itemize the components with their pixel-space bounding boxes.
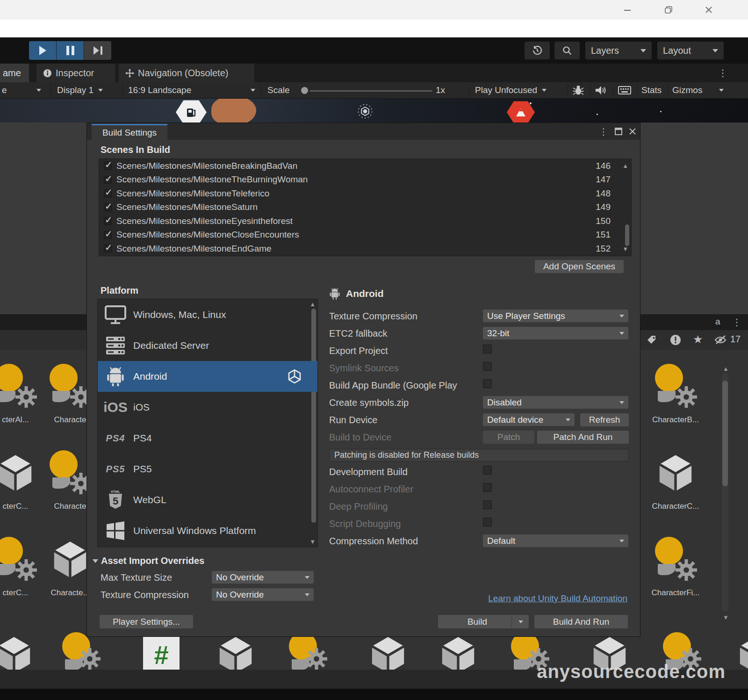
asset-item[interactable] bbox=[434, 632, 479, 671]
pause-button[interactable] bbox=[57, 41, 84, 60]
tab-navigation[interactable]: Navigation (Obsolete) bbox=[119, 64, 254, 82]
autoconnect-profiler-checkbox[interactable] bbox=[483, 483, 492, 492]
favorite-star-icon[interactable]: ★ bbox=[693, 333, 703, 346]
scene-row[interactable]: ✓ Scenes/Milestones/MilestoneTheBurningW… bbox=[99, 173, 631, 187]
label-tag-icon[interactable] bbox=[646, 334, 657, 346]
asset-item[interactable]: cterC... bbox=[0, 450, 41, 511]
window-restore-icon[interactable] bbox=[659, 2, 678, 18]
left-cut-dropdown[interactable]: e bbox=[2, 82, 7, 98]
scene-checkbox[interactable]: ✓ bbox=[104, 162, 112, 170]
stats-toggle[interactable]: Stats bbox=[641, 82, 662, 98]
dialog-tab[interactable]: Build Settings bbox=[92, 124, 167, 140]
scene-checkbox[interactable]: ✓ bbox=[104, 231, 112, 239]
scroll-up-icon[interactable]: ▲ bbox=[723, 366, 729, 372]
window-close-icon[interactable] bbox=[699, 2, 718, 18]
build-button[interactable]: Build bbox=[438, 615, 529, 628]
player-settings-button[interactable]: Player Settings... bbox=[100, 615, 193, 628]
add-open-scenes-button[interactable]: Add Open Scenes bbox=[535, 260, 624, 273]
refresh-button[interactable]: Refresh bbox=[580, 413, 629, 426]
display-dropdown[interactable]: Display 1 bbox=[57, 82, 103, 98]
asset-item[interactable]: CharacterB... bbox=[650, 364, 701, 425]
scene-row[interactable]: ✓ Scenes/Milestones/MilestoneBreakingBad… bbox=[99, 159, 631, 173]
play-unfocused-dropdown[interactable]: Play Unfocused bbox=[475, 82, 547, 98]
asset-item[interactable] bbox=[211, 632, 256, 671]
texture-compression-override-dropdown[interactable]: No Override bbox=[212, 588, 314, 601]
tab-game-partial[interactable]: ame bbox=[0, 64, 29, 82]
scene-checkbox[interactable]: ✓ bbox=[104, 203, 112, 211]
alert-icon[interactable] bbox=[669, 334, 682, 346]
scene-checkbox[interactable]: ✓ bbox=[104, 189, 112, 197]
max-texture-size-dropdown[interactable]: No Override bbox=[212, 571, 314, 584]
texture-compression-dropdown[interactable]: Use Player Settings bbox=[483, 310, 628, 322]
build-options-caret-icon[interactable] bbox=[518, 621, 523, 623]
keyboard-shortcut-toggle[interactable] bbox=[618, 82, 631, 98]
pane-menu-icon[interactable]: ⋮ bbox=[718, 67, 727, 79]
deep-profiling-checkbox[interactable] bbox=[483, 500, 492, 509]
scene-row[interactable]: ✓ Scenes/Milestones/MilestoneEndGame 152 bbox=[99, 242, 631, 256]
platform-item-ps4[interactable]: PS4 PS4 bbox=[98, 423, 317, 454]
asset-item[interactable] bbox=[364, 632, 409, 671]
dialog-maximize-icon[interactable] bbox=[612, 125, 625, 137]
export-project-checkbox[interactable] bbox=[483, 345, 492, 354]
platform-item-ps5[interactable]: PS5 PS5 bbox=[98, 454, 317, 484]
undo-history-button[interactable] bbox=[525, 42, 550, 59]
layout-dropdown[interactable]: Layout bbox=[657, 42, 724, 59]
run-device-dropdown[interactable]: Default device bbox=[483, 413, 575, 426]
asset-import-overrides-foldout[interactable]: Asset Import Overrides bbox=[93, 556, 204, 566]
etc2-fallback-dropdown[interactable]: 32-bit bbox=[483, 327, 628, 339]
scene-row[interactable]: ✓ Scenes/Milestones/MilestoneEyesinthefo… bbox=[99, 214, 631, 228]
asset-item[interactable]: cterAl... bbox=[0, 364, 41, 425]
build-automation-link[interactable]: Learn about Unity Build Automation bbox=[488, 593, 627, 604]
lock-icon[interactable]: a bbox=[715, 317, 720, 327]
scene-row[interactable]: ✓ Scenes/Milestones/MilestoneTeleferico … bbox=[99, 187, 631, 201]
patch-button[interactable]: Patch bbox=[483, 431, 534, 444]
mute-audio-toggle[interactable] bbox=[595, 82, 607, 98]
scale-slider-track[interactable] bbox=[309, 90, 432, 92]
debug-bug-toggle[interactable] bbox=[572, 82, 584, 98]
create-symbols-zip-dropdown[interactable]: Disabled bbox=[483, 396, 628, 409]
patch-and-run-button[interactable]: Patch And Run bbox=[537, 431, 629, 444]
platform-item-dedicated-server[interactable]: Dedicated Server bbox=[98, 330, 317, 361]
script-debugging-checkbox[interactable] bbox=[483, 518, 492, 527]
tab-inspector[interactable]: Inspector bbox=[36, 64, 115, 82]
scale-slider-knob[interactable] bbox=[301, 87, 308, 94]
scene-checkbox[interactable]: ✓ bbox=[104, 176, 112, 184]
hidden-eye-icon[interactable] bbox=[714, 335, 728, 345]
build-and-run-button[interactable]: Build And Run bbox=[534, 615, 628, 628]
asset-item[interactable]: # bbox=[137, 632, 181, 671]
scene-checkbox[interactable]: ✓ bbox=[104, 245, 112, 253]
asset-item[interactable] bbox=[285, 632, 330, 671]
gizmos-dropdown[interactable]: Gizmos bbox=[672, 82, 724, 98]
search-button[interactable] bbox=[554, 42, 580, 59]
play-button[interactable] bbox=[29, 41, 56, 60]
platform-item-universal-windows-platform[interactable]: Universal Windows Platform bbox=[98, 515, 317, 546]
build-app-bundle-google-play-checkbox[interactable] bbox=[483, 379, 492, 388]
asset-label: cterC... bbox=[0, 502, 41, 511]
development-build-checkbox[interactable] bbox=[483, 466, 492, 475]
aspect-ratio-dropdown[interactable]: 16:9 Landscape bbox=[128, 82, 255, 98]
platform-item-ios[interactable]: iOS iOS bbox=[98, 392, 317, 423]
dialog-close-icon[interactable] bbox=[626, 125, 639, 137]
asset-item[interactable] bbox=[0, 632, 35, 671]
layers-dropdown[interactable]: Layers bbox=[585, 42, 652, 59]
platform-item-android[interactable]: Android bbox=[98, 361, 317, 392]
asset-item[interactable]: CharacterFi... bbox=[650, 537, 701, 598]
scene-row[interactable]: ✓ Scenes/Milestones/MilestoneSaturn 149 bbox=[99, 201, 631, 215]
step-button[interactable] bbox=[84, 41, 111, 60]
asset-item[interactable] bbox=[58, 632, 103, 671]
dialog-menu-icon[interactable]: ⋮ bbox=[597, 125, 610, 137]
platform-item-webgl[interactable]: HTML 5 WebGL bbox=[98, 484, 317, 515]
window-minimize-icon[interactable] bbox=[618, 2, 637, 18]
asset-item[interactable] bbox=[732, 632, 748, 671]
panel-menu-icon[interactable]: ⋮ bbox=[732, 317, 741, 328]
symlink-sources-checkbox[interactable] bbox=[483, 362, 492, 371]
scene-row[interactable]: ✓ Scenes/Milestones/MilestoneCloseEncoun… bbox=[99, 228, 631, 242]
asset-item[interactable]: cterC... bbox=[0, 537, 41, 598]
compression-method-dropdown[interactable]: Default bbox=[483, 534, 628, 547]
asset-item[interactable]: CharacterC... bbox=[650, 450, 701, 511]
dialog-titlebar[interactable]: Build Settings ⋮ bbox=[87, 123, 640, 140]
scroll-down-icon[interactable]: ▼ bbox=[723, 614, 729, 621]
scene-checkbox[interactable]: ✓ bbox=[104, 217, 112, 225]
project-scrollbar-thumb[interactable] bbox=[722, 381, 728, 486]
platform-item-windows-mac-linux[interactable]: Windows, Mac, Linux bbox=[98, 299, 317, 330]
